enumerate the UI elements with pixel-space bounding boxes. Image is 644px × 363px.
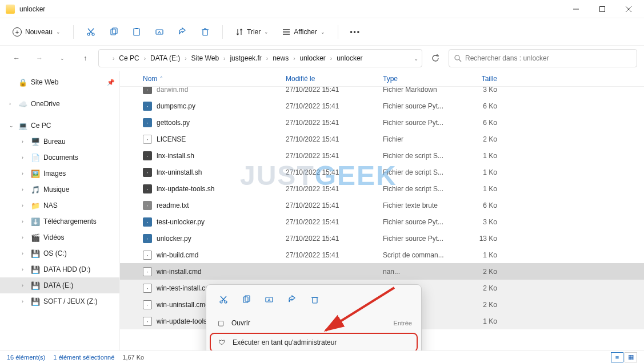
crumb-3[interactable]: justgeek.fr [227, 53, 263, 63]
cut-button[interactable] [81, 23, 101, 41]
column-size[interactable]: Taille [457, 75, 497, 83]
sort-label: Trier [247, 28, 261, 36]
file-type: nan... [383, 268, 457, 276]
paste-button[interactable] [126, 23, 147, 41]
drive-icon: 💾 [31, 281, 40, 290]
navigation-row: ← → ⌄ ↑ › Ce PC› DATA (E:)› Site Web› ju… [0, 46, 644, 71]
ctx-open[interactable]: ▢ Ouvrir Entrée [210, 313, 418, 333]
sidebar-item-desktop[interactable]: ›🖥️Bureau [0, 134, 119, 150]
ctx-rename-button[interactable]: A [259, 291, 279, 309]
sidebar-item-onedrive[interactable]: ›☁️ OneDrive [0, 96, 119, 112]
file-size: 6 Ko [457, 119, 497, 127]
sidebar-item-documents[interactable]: ›📄Documents [0, 150, 119, 166]
open-icon: ▢ [215, 319, 226, 327]
crumb-0[interactable]: Ce PC [117, 53, 141, 63]
sidebar-item-siteweb[interactable]: 🔒 Site Web 📌 [0, 74, 119, 90]
details-view-button[interactable]: ≡ [611, 352, 623, 362]
ctx-cut-button[interactable] [213, 291, 234, 309]
view-dropdown[interactable]: Afficher ⌄ [277, 23, 330, 41]
file-row[interactable]: ·LICENSE27/10/2022 15:41Fichier2 Ko [120, 131, 644, 147]
crumb-5[interactable]: unlocker [297, 53, 327, 63]
sidebar-item-drive-c[interactable]: ›💾OS (C:) [0, 245, 119, 261]
file-icon: · [143, 118, 152, 127]
file-name: gettools.py [157, 119, 286, 127]
file-icon: · [143, 267, 152, 276]
file-size: 1 Ko [457, 317, 497, 325]
music-icon: 🎵 [31, 185, 40, 194]
forward-button[interactable]: → [30, 49, 49, 68]
file-row[interactable]: ·darwin.md27/10/2022 15:41Fichier Markdo… [120, 87, 644, 98]
file-row[interactable]: ·test-unlocker.py27/10/2022 15:41Fichier… [120, 213, 644, 230]
file-name: lnx-update-tools.sh [157, 185, 286, 193]
sort-dropdown[interactable]: Trier ⌄ [230, 23, 274, 41]
icons-view-button[interactable]: ▦ [625, 352, 637, 362]
search-box[interactable] [449, 49, 637, 67]
svg-rect-1 [600, 6, 605, 11]
sidebar-item-drive-d[interactable]: ›💾DATA HDD (D:) [0, 261, 119, 277]
column-name[interactable]: Nom ⌃ [143, 75, 286, 83]
column-modified[interactable]: Modifié le [286, 75, 383, 83]
crumb-1[interactable]: DATA (E:) [148, 53, 182, 63]
more-button[interactable]: ••• [345, 23, 366, 41]
file-row[interactable]: ·gettools.py27/10/2022 15:41Fichier sour… [120, 114, 644, 131]
share-button[interactable] [172, 23, 193, 41]
view-icon [282, 28, 290, 36]
file-size: 3 Ko [457, 218, 497, 226]
copy-button[interactable] [103, 23, 124, 41]
sidebar-item-nas[interactable]: ›📁NAS [0, 197, 119, 213]
file-row[interactable]: ·lnx-update-tools.sh27/10/2022 15:41Fich… [120, 180, 644, 197]
svg-rect-11 [135, 28, 138, 29]
search-input[interactable] [465, 54, 632, 62]
file-row[interactable]: ·lnx-uninstall.sh27/10/2022 15:41Fichier… [120, 164, 644, 180]
ctx-share-button[interactable] [282, 291, 302, 309]
svg-point-20 [455, 55, 459, 60]
sidebar-item-videos[interactable]: ›🎬Vidéos [0, 229, 119, 245]
file-row[interactable]: ·readme.txt27/10/2022 15:41Fichier texte… [120, 197, 644, 213]
maximize-button[interactable] [589, 0, 615, 18]
delete-button[interactable] [195, 23, 215, 41]
status-bar: 16 élément(s) 1 élément sélectionné 1,67… [0, 350, 644, 363]
sidebar-item-drive-e[interactable]: ›💾DATA (E:) [0, 277, 119, 293]
chevron-down-icon[interactable]: ⌄ [414, 55, 418, 62]
back-button[interactable]: ← [7, 49, 26, 68]
crumb-4[interactable]: news [270, 53, 291, 63]
svg-rect-14 [203, 30, 207, 35]
file-type: Fichier de script S... [383, 185, 457, 193]
up-button[interactable]: ↑ [75, 49, 95, 68]
ctx-delete-button[interactable] [305, 291, 325, 309]
file-row[interactable]: ·unlocker.py27/10/2022 15:41Fichier sour… [120, 230, 644, 247]
file-icon: · [143, 284, 152, 293]
sidebar-item-images[interactable]: ›🖼️Images [0, 166, 119, 182]
rename-button[interactable]: A [149, 23, 170, 41]
file-type: Fichier source Pyt... [383, 235, 457, 243]
file-modified: 27/10/2022 15:41 [286, 168, 383, 176]
minimize-button[interactable] [563, 0, 589, 18]
ctx-run-as-admin[interactable]: 🛡 Exécuter en tant qu'administrateur [210, 333, 418, 352]
sidebar-item-thispc[interactable]: ⌄💻 Ce PC [0, 118, 119, 134]
breadcrumb[interactable]: › Ce PC› DATA (E:)› Site Web› justgeek.f… [98, 49, 422, 67]
refresh-button[interactable] [426, 49, 445, 67]
new-button[interactable]: + Nouveau ⌄ [7, 23, 66, 41]
titlebar: unlocker [0, 0, 644, 18]
recent-dropdown[interactable]: ⌄ [53, 49, 72, 68]
sidebar-item-drive-z[interactable]: ›💾SOFT / JEUX (Z:) [0, 293, 119, 309]
documents-icon: 📄 [31, 153, 40, 162]
file-type: Fichier [383, 135, 457, 143]
file-row[interactable]: ·dumpsmc.py27/10/2022 15:41Fichier sourc… [120, 98, 644, 114]
cloud-icon: ☁️ [18, 99, 27, 108]
file-name: dumpsmc.py [157, 102, 286, 110]
ctx-copy-button[interactable] [236, 291, 257, 309]
file-modified: 27/10/2022 15:41 [286, 119, 383, 127]
column-type[interactable]: Type [383, 75, 457, 83]
file-icon: · [143, 87, 152, 94]
chevron-down-icon: ⌄ [264, 29, 269, 35]
crumb-6[interactable]: unlocker [334, 53, 365, 63]
crumb-2[interactable]: Site Web [189, 53, 221, 63]
file-row[interactable]: ·lnx-install.sh27/10/2022 15:41Fichier d… [120, 147, 644, 164]
sidebar-item-downloads[interactable]: ›⬇️Téléchargements [0, 213, 119, 229]
file-size: 2 Ko [457, 135, 497, 143]
file-row[interactable]: ·win-install.cmdnan...2 Ko [120, 263, 644, 280]
sidebar-item-music[interactable]: ›🎵Musique [0, 182, 119, 197]
close-button[interactable] [615, 0, 642, 18]
file-row[interactable]: ·win-build.cmd27/10/2022 15:41Script de … [120, 247, 644, 263]
